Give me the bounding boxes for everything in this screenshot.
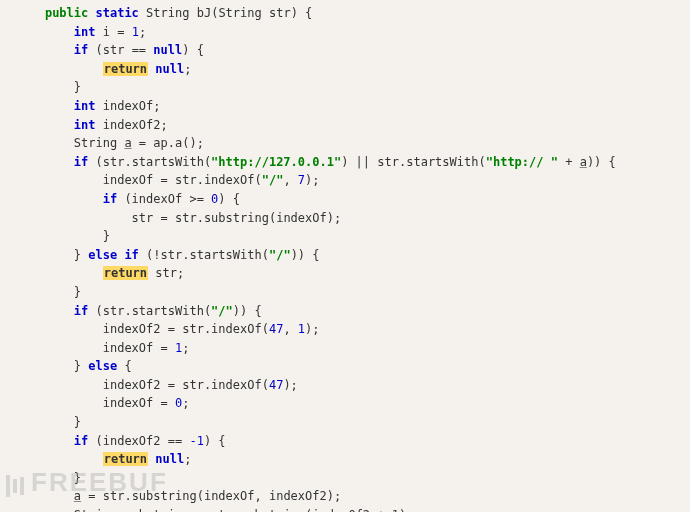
code-line: indexOf = 0; — [16, 394, 674, 413]
keyword-null: null — [155, 62, 184, 76]
var-ref: a — [580, 155, 587, 169]
number-literal: 1 — [175, 341, 182, 355]
keyword-public: public — [45, 6, 88, 20]
code-line: str = str.substring(indexOf); — [16, 209, 674, 228]
var-ref: str — [161, 248, 183, 262]
var-name: indexOf2 — [103, 118, 161, 132]
keyword-null: null — [155, 452, 184, 466]
number-literal: -1 — [189, 434, 203, 448]
code-line: } — [16, 78, 674, 97]
number-literal: 47 — [269, 378, 283, 392]
code-line: a = str.substring(indexOf, indexOf2); — [16, 487, 674, 506]
var-ref: str — [377, 155, 399, 169]
keyword-return: return — [103, 266, 148, 280]
type-string: String — [74, 136, 117, 150]
keyword-int: int — [74, 118, 96, 132]
keyword-if: if — [74, 304, 88, 318]
string-literal: "/" — [211, 304, 233, 318]
arg: indexOf2 — [269, 489, 327, 503]
expr: ap.a() — [153, 136, 196, 150]
code-line: indexOf2 = str.indexOf(47, 1); — [16, 320, 674, 339]
var-ref: str — [211, 508, 233, 512]
method-call: substring — [240, 508, 305, 512]
code-line: indexOf = 1; — [16, 339, 674, 358]
keyword-int: int — [74, 99, 96, 113]
var-ref: str — [103, 43, 125, 57]
var-ref: str — [103, 304, 125, 318]
method-call: startsWith — [406, 155, 478, 169]
method-call: indexOf — [211, 322, 262, 336]
number-literal: 1 — [132, 25, 139, 39]
number-literal: 0 — [211, 192, 218, 206]
keyword-int: int — [74, 25, 96, 39]
code-line: return null; — [16, 450, 674, 469]
code-line: } — [16, 283, 674, 302]
var-ref: indexOf2 — [103, 434, 161, 448]
code-line: } else { — [16, 357, 674, 376]
keyword-if: if — [74, 155, 88, 169]
number-literal: 47 — [269, 322, 283, 336]
method-call: startsWith — [189, 248, 261, 262]
method-call: indexOf — [204, 173, 255, 187]
string-literal: "/" — [262, 173, 284, 187]
code-line: int i = 1; — [16, 23, 674, 42]
code-line: } — [16, 413, 674, 432]
method-call: startsWith — [132, 304, 204, 318]
operator: == — [132, 43, 146, 57]
code-line: } — [16, 469, 674, 488]
arg: indexOf2 + 1 — [312, 508, 399, 512]
arg: indexOf — [276, 211, 327, 225]
keyword-if: if — [103, 192, 117, 206]
keyword-return: return — [103, 62, 148, 76]
var-ref: str — [175, 173, 197, 187]
operator-not: ! — [153, 248, 160, 262]
keyword-if: if — [74, 434, 88, 448]
code-line: public static String bJ(String str) { — [16, 4, 674, 23]
number-literal: 7 — [298, 173, 305, 187]
code-line: return null; — [16, 60, 674, 79]
var-name: indexOf — [103, 99, 154, 113]
var-ref: indexOf2 — [103, 322, 161, 336]
var-ref: str — [103, 489, 125, 503]
param-name: str — [269, 6, 291, 20]
code-editor[interactable]: public static String bJ(String str) { in… — [16, 4, 674, 512]
var-ref: str — [182, 322, 204, 336]
code-line: if (indexOf2 == -1) { — [16, 432, 674, 451]
type-string: String — [74, 508, 117, 512]
var-ref: indexOf — [132, 192, 183, 206]
code-line: if (str == null) { — [16, 41, 674, 60]
operator: >= — [189, 192, 203, 206]
code-line: String substring = str.substring(indexOf… — [16, 506, 674, 512]
code-line: if (str.startsWith("http://127.0.0.1") |… — [16, 153, 674, 172]
var-ref: str — [132, 211, 154, 225]
keyword-if: if — [74, 43, 88, 57]
var-ref: indexOf — [103, 341, 154, 355]
keyword-else: else — [88, 248, 117, 262]
var-ref: indexOf — [103, 396, 154, 410]
return-type: String — [146, 6, 189, 20]
var-name: substring — [124, 508, 189, 512]
code-line: if (indexOf >= 0) { — [16, 190, 674, 209]
var-ref: str — [155, 266, 177, 280]
keyword-if: if — [124, 248, 138, 262]
operator: == — [168, 434, 182, 448]
method-call: substring — [204, 211, 269, 225]
var-ref: indexOf — [103, 173, 154, 187]
keyword-else: else — [88, 359, 117, 373]
code-line: int indexOf; — [16, 97, 674, 116]
code-line: indexOf2 = str.indexOf(47); — [16, 376, 674, 395]
keyword-null: null — [153, 43, 182, 57]
var-ref: a — [74, 489, 81, 503]
keyword-return: return — [103, 452, 148, 466]
method-call: substring — [132, 489, 197, 503]
keyword-static: static — [96, 6, 139, 20]
arg: indexOf — [204, 489, 255, 503]
operator-or: || — [356, 155, 370, 169]
number-literal: 0 — [175, 396, 182, 410]
code-line: } — [16, 227, 674, 246]
var-ref: str — [182, 378, 204, 392]
method-call: indexOf — [211, 378, 262, 392]
var-ref: str — [103, 155, 125, 169]
code-line: indexOf = str.indexOf("/", 7); — [16, 171, 674, 190]
string-literal: "/" — [269, 248, 291, 262]
